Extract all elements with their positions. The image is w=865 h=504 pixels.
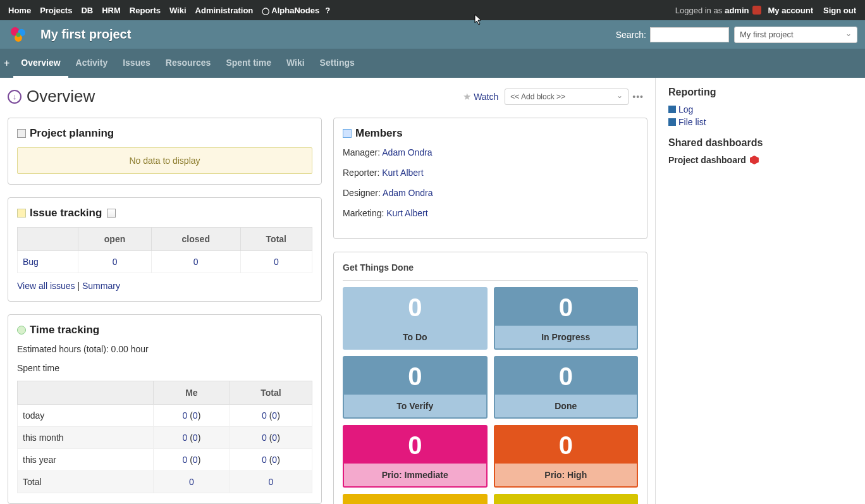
gtd-tile[interactable]: 0To Verify [343, 356, 488, 419]
issue-icon [17, 209, 26, 218]
gtd-box: Get Things Done 0To Do0In Progress0To Ve… [333, 252, 647, 504]
topmenu-projects[interactable]: Projects [37, 6, 75, 15]
gtd-count: 0 [344, 426, 486, 464]
add-block-select[interactable]: << Add block >> [505, 89, 629, 105]
topmenu-alphanodes[interactable]: AlphaNodes [259, 6, 322, 15]
time-tracking-title: Time tracking [30, 324, 99, 336]
tab-resources[interactable]: Resources [158, 50, 219, 78]
tab-issues[interactable]: Issues [115, 50, 158, 78]
gtd-tile[interactable]: 0 [343, 494, 488, 504]
issue-table: openclosedTotal Bug 0 0 0 [17, 227, 312, 273]
tab-spent-time[interactable]: Spent time [218, 50, 279, 78]
issue-tracking-title: Issue tracking [30, 207, 102, 219]
logged-in-user[interactable]: admin [725, 6, 749, 15]
header: My first project Search: My first projec… [0, 20, 865, 49]
table-row: Total00 [18, 471, 312, 493]
issue-tracking-box: Issue tracking openclosedTotal Bug 0 0 0… [8, 197, 322, 302]
help-icon[interactable]: ? [322, 6, 333, 15]
sidebar-reporting-title: Reporting [668, 87, 857, 98]
admin-gear-icon[interactable] [752, 6, 761, 15]
member-link[interactable]: Kurt Albert [386, 208, 427, 218]
spent-time-table: MeTotal today0 (0)0 (0)this month0 (0)0 … [17, 381, 312, 493]
members-icon [343, 129, 352, 138]
sidebar-filelist-link[interactable]: File list [668, 117, 857, 127]
member-link[interactable]: Adam Ondra [383, 188, 432, 198]
tab-activity[interactable]: Activity [68, 50, 116, 78]
time-tracking-box: Time tracking Estimated hours (total): 0… [8, 314, 322, 504]
table-row: this year0 (0)0 (0) [18, 449, 312, 471]
issue-details-icon[interactable] [107, 209, 116, 218]
topmenu-db[interactable]: DB [78, 6, 96, 15]
table-row: Bug 0 0 0 [18, 251, 312, 273]
overview-arrow-icon: ↓ [8, 90, 21, 104]
search-label: Search: [616, 30, 646, 40]
project-title: My first project [40, 27, 131, 42]
gtd-tile[interactable]: 0Prio: High [494, 425, 639, 488]
table-row: this month0 (0)0 (0) [18, 427, 312, 449]
member-link[interactable]: Kurt Albert [382, 168, 423, 178]
gtd-label: Prio: High [495, 464, 637, 486]
more-actions-icon[interactable]: ••• [629, 92, 647, 102]
new-object-icon[interactable]: + [4, 58, 13, 78]
member-row: Reporter: Kurt Albert [343, 168, 638, 178]
log-icon [668, 106, 676, 113]
time-icon [17, 326, 26, 335]
topmenu-reports[interactable]: Reports [126, 6, 164, 15]
gtd-tile[interactable]: 0In Progress [494, 287, 639, 350]
gtd-count: 0 [344, 288, 486, 326]
planning-title: Project planning [30, 127, 114, 140]
app-logo-icon[interactable] [8, 24, 29, 46]
sign-out-link[interactable]: Sign out [819, 6, 860, 15]
tracker-link[interactable]: Bug [23, 257, 39, 267]
gtd-tile[interactable]: 0To Do [343, 287, 488, 350]
dashboard-cube-icon [750, 156, 759, 164]
member-row: Marketing: Kurt Albert [343, 208, 638, 218]
page-title: Overview [27, 87, 95, 106]
view-all-issues-link[interactable]: View all issues [17, 281, 75, 291]
star-icon[interactable]: ★ [463, 91, 471, 102]
gtd-count: 0 [495, 495, 637, 504]
main-menu: + OverviewActivityIssuesResourcesSpent t… [0, 49, 865, 78]
tab-wiki[interactable]: Wiki [279, 50, 312, 78]
gtd-count: 0 [495, 426, 637, 464]
gtd-count: 0 [344, 495, 486, 504]
gtd-label: In Progress [495, 326, 637, 348]
topmenu-wiki[interactable]: Wiki [166, 6, 190, 15]
spent-time-label: Spent time [17, 363, 312, 373]
topmenu-hrm[interactable]: HRM [99, 6, 124, 15]
gtd-count: 0 [495, 357, 637, 395]
table-row: today0 (0)0 (0) [18, 405, 312, 427]
member-row: Designer: Adam Ondra [343, 188, 638, 198]
planning-nodata: No data to display [17, 147, 312, 174]
tab-settings[interactable]: Settings [312, 50, 362, 78]
logged-in-label: Logged in as [675, 6, 722, 15]
gtd-label: Done [495, 395, 637, 417]
members-title: Members [355, 127, 403, 140]
gtd-title: Get Things Done [343, 262, 638, 278]
search-input[interactable] [650, 27, 729, 42]
issue-summary-link[interactable]: Summary [82, 281, 120, 291]
member-row: Manager: Adam Ondra [343, 147, 638, 157]
sidebar-project-dashboard-link[interactable]: Project dashboard [668, 155, 857, 165]
gtd-count: 0 [344, 357, 486, 395]
gtd-tile[interactable]: 0Done [494, 356, 639, 419]
gtd-label: To Verify [344, 395, 486, 417]
sidebar-log-link[interactable]: Log [668, 104, 857, 114]
gtd-count: 0 [495, 288, 637, 326]
gtd-tile[interactable]: 0Prio: Immediate [343, 425, 488, 488]
tab-overview[interactable]: Overview [13, 50, 68, 78]
sidebar-shared-title: Shared dashboards [668, 137, 857, 149]
members-box: Members Manager: Adam OndraReporter: Kur… [333, 118, 647, 239]
watch-link[interactable]: Watch [474, 92, 498, 102]
topmenu-administration[interactable]: Administration [192, 6, 257, 15]
gtd-label: To Do [344, 326, 486, 348]
estimated-hours: Estimated hours (total): 0.00 hour [17, 344, 312, 354]
project-planning-box: Project planning No data to display [8, 118, 322, 185]
file-icon [668, 118, 676, 126]
project-jump-select[interactable]: My first project [734, 27, 857, 43]
sidebar: Reporting Log File list Shared dashboard… [655, 78, 865, 504]
member-link[interactable]: Adam Ondra [382, 147, 432, 157]
gtd-tile[interactable]: 0 [494, 494, 639, 504]
my-account-link[interactable]: My account [764, 6, 817, 15]
topmenu-home[interactable]: Home [5, 6, 34, 15]
